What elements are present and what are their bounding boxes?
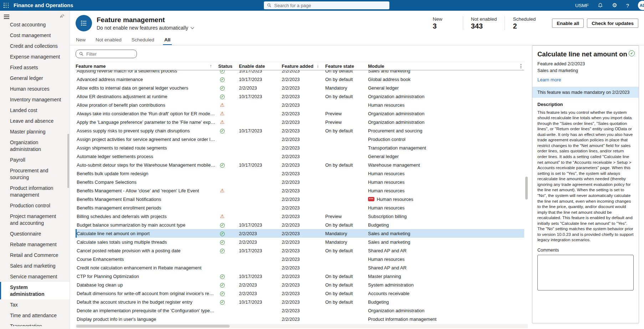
learn-more-link[interactable]: Learn more bbox=[537, 77, 561, 82]
sidebar-item-product-information-management[interactable]: Product information management bbox=[0, 183, 70, 200]
module-name: Human resources bbox=[368, 179, 405, 185]
sidebar-item-cost-management[interactable]: Cost management bbox=[0, 30, 70, 41]
sidebar-item-organization-administration[interactable]: Organization administration bbox=[0, 137, 70, 155]
column-header-enable-date[interactable]: Enable date bbox=[239, 64, 282, 69]
table-row[interactable]: Assign project activities for service ag… bbox=[76, 135, 524, 143]
check-for-updates-button[interactable]: Check for updates bbox=[587, 19, 638, 28]
tab-not-enabled[interactable]: Not enabled bbox=[95, 36, 122, 45]
sidebar-item-tax[interactable]: Tax bbox=[0, 299, 70, 310]
tab-all[interactable]: All bbox=[164, 36, 171, 45]
column-header-module[interactable]: Module bbox=[368, 64, 518, 69]
grid-horizontal-scrollbar[interactable] bbox=[76, 324, 528, 328]
sidebar-item-time-and-attendance[interactable]: Time and attendance bbox=[0, 310, 70, 321]
sidebar-item-leave-and-absence[interactable]: Leave and absence bbox=[0, 116, 70, 126]
column-header-feature-name[interactable]: Feature name ↑ bbox=[76, 64, 218, 69]
column-header-status[interactable]: Status bbox=[218, 64, 239, 69]
table-row[interactable]: Allow ER destinations adjustment at runt… bbox=[76, 92, 524, 101]
tab-scheduled[interactable]: Scheduled bbox=[131, 36, 155, 45]
sidebar-item-landed-cost[interactable]: Landed cost bbox=[0, 105, 70, 116]
settings-gear-icon[interactable]: ⚙ bbox=[612, 2, 617, 8]
sidebar-item-credit-and-collections[interactable]: Credit and collections bbox=[0, 41, 70, 51]
table-row[interactable]: Benefits Compare Selections 2/2/2023 Hum… bbox=[76, 178, 524, 186]
sidebar-item-sales-and-marketing[interactable]: Sales and marketing bbox=[0, 260, 70, 271]
table-row[interactable]: Course Enhancements 2/2/2023 Human resou… bbox=[76, 255, 524, 263]
table-row[interactable]: Benefits management enrollment periods 2… bbox=[76, 203, 524, 212]
sidebar-item-master-planning[interactable]: Master planning bbox=[0, 126, 70, 137]
enable-all-button[interactable]: Enable all bbox=[552, 19, 584, 28]
sidebar-item-cost-accounting[interactable]: Cost accounting bbox=[0, 23, 70, 30]
unpin-icon[interactable] bbox=[60, 14, 65, 20]
sidebar-item-fixed-assets[interactable]: Fixed assets bbox=[0, 62, 70, 73]
table-row[interactable]: Display product info in user's language … bbox=[76, 315, 524, 323]
table-row[interactable]: Database log clean up ✓ 2/2/2023 2/2/202… bbox=[76, 280, 524, 289]
feature-added-cell: 2/2/2023 bbox=[282, 239, 325, 245]
grid-vertical-scrollbar[interactable] bbox=[525, 177, 528, 199]
user-avatar[interactable]: AD bbox=[638, 1, 644, 10]
feature-state-cell: On by default bbox=[325, 77, 368, 82]
table-row[interactable]: Cancel posted rebate provision with a po… bbox=[76, 246, 524, 255]
table-row[interactable]: Benefits bulk update form redesign 2/2/2… bbox=[76, 169, 524, 178]
stat-scheduled: Scheduled2 bbox=[513, 16, 536, 30]
feature-added-cell: 2/2/2023 bbox=[282, 179, 325, 185]
table-row[interactable]: Apply the 'Language preference' paramete… bbox=[76, 118, 524, 126]
sidebar-item-system-administration[interactable]: System administration bbox=[0, 282, 70, 299]
enabled-status-icon: ✓ bbox=[220, 223, 225, 228]
global-search-input[interactable] bbox=[274, 2, 386, 9]
stats: New3Not enabled343Scheduled2 bbox=[433, 16, 544, 30]
table-row[interactable]: Denote an implementation prerequisite of… bbox=[76, 306, 524, 315]
column-header-feature-state[interactable]: Feature state bbox=[325, 64, 368, 69]
table-row[interactable]: Benefits Management Email Notifications … bbox=[76, 195, 524, 203]
enable-mode-dropdown[interactable]: Do not enable new features automatically bbox=[97, 25, 194, 31]
filter-box[interactable] bbox=[76, 50, 137, 58]
hamburger-menu-icon[interactable] bbox=[4, 15, 9, 19]
sidebar-item-rebate-management[interactable]: Rebate management bbox=[0, 239, 70, 250]
sidebar-item-retail-and-commerce[interactable]: Retail and Commerce bbox=[0, 250, 70, 260]
sidebar-item-payroll[interactable]: Payroll bbox=[0, 155, 70, 165]
sidebar-item-project-management-and-accounting[interactable]: Project management and accounting bbox=[0, 211, 70, 228]
sidebar-item-procurement-and-sourcing[interactable]: Procurement and sourcing bbox=[0, 165, 70, 183]
company-picker[interactable]: USMF bbox=[575, 3, 589, 8]
notifications-bell-icon[interactable] bbox=[598, 2, 603, 8]
sidebar-item-production-control[interactable]: Production control bbox=[0, 200, 70, 211]
help-icon[interactable]: ? bbox=[626, 2, 629, 9]
table-row[interactable]: Calculate line net amount on import ✓ 2/… bbox=[76, 229, 524, 238]
sidebar-item-transportation-management[interactable]: Transportation management bbox=[0, 321, 70, 326]
sidebar-item-questionnaire[interactable]: Questionnaire bbox=[0, 228, 70, 239]
sidebar-item-service-management[interactable]: Service management bbox=[0, 271, 70, 282]
table-row[interactable]: Adjusting reverse match for a settlement… bbox=[76, 70, 524, 75]
feature-name-cell: Default the account structure in the bud… bbox=[76, 299, 218, 305]
sidebar-item-inventory-management[interactable]: Inventory management bbox=[0, 94, 70, 105]
app-launcher-waffle-icon[interactable] bbox=[4, 3, 9, 8]
comments-input[interactable] bbox=[537, 255, 634, 290]
sidebar-item-expense-management[interactable]: Expense management bbox=[0, 51, 70, 62]
column-header-feature-added[interactable]: Feature added ↓ bbox=[282, 64, 325, 69]
table-row[interactable]: Calculate sales totals using multiple th… bbox=[76, 238, 524, 246]
description-text: This feature lets you control whether th… bbox=[537, 110, 634, 243]
filter-input[interactable] bbox=[86, 51, 133, 57]
grid-horizontal-scrollbar-thumb[interactable] bbox=[76, 325, 230, 328]
feature-added-cell: 2/2/2023 bbox=[282, 94, 325, 99]
sidebar-item-general-ledger[interactable]: General ledger bbox=[0, 73, 70, 83]
table-row[interactable]: CTP for Planning Optimization ✓ 10/17/20… bbox=[76, 272, 524, 280]
tab-new[interactable]: New bbox=[76, 36, 86, 45]
table-row[interactable]: Automate ledger settlements process 2/2/… bbox=[76, 152, 524, 161]
global-search[interactable] bbox=[264, 1, 389, 9]
sidebar-scrollbar[interactable] bbox=[67, 134, 69, 188]
sidebar-nav: Cost accountingCost managementCredit and… bbox=[0, 23, 70, 326]
table-row[interactable]: Benefits Management - Allow 'close' and … bbox=[76, 186, 524, 195]
table-row[interactable]: Allow proration of benefit plan contribu… bbox=[76, 101, 524, 109]
table-row[interactable]: Assess supply risks to prevent supply ch… bbox=[76, 126, 524, 135]
table-row[interactable]: Credit note calculation enhancement in R… bbox=[76, 263, 524, 272]
table-row[interactable]: Always take into consideration the 'Run … bbox=[76, 109, 524, 118]
table-row[interactable]: Auto-submit detour steps for the Warehou… bbox=[76, 161, 524, 169]
table-row[interactable]: Default dimensions for write-off account… bbox=[76, 289, 524, 298]
module-name: Product information management bbox=[368, 317, 436, 322]
table-row[interactable]: Advanced address maintenance ✓ 10/17/202… bbox=[76, 75, 524, 83]
table-row[interactable]: Default the account structure in the bud… bbox=[76, 298, 524, 306]
sidebar-item-human-resources[interactable]: Human resources bbox=[0, 83, 70, 94]
grid-options-icon[interactable]: ⋮ bbox=[518, 63, 523, 69]
table-row[interactable]: Budget balance summarization by main acc… bbox=[76, 221, 524, 229]
table-row[interactable]: Allow edits to internal data on general … bbox=[76, 83, 524, 92]
table-row[interactable]: Assign shipments to related route segmen… bbox=[76, 143, 524, 152]
table-row[interactable]: Billing schedules and deferrals with pro… bbox=[76, 212, 524, 221]
